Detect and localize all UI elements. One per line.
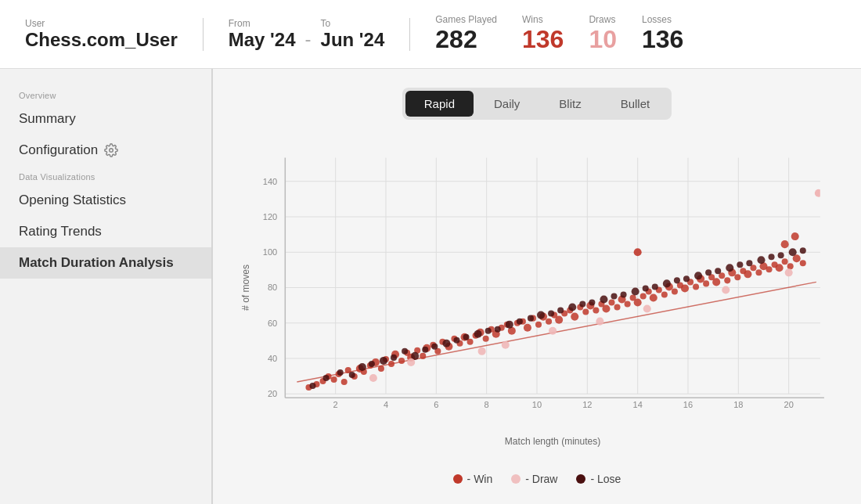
svg-point-177 — [715, 268, 721, 274]
svg-point-130 — [776, 264, 784, 272]
user-section: User Chess.com_User — [25, 18, 204, 51]
svg-text:140: 140 — [263, 177, 277, 186]
game-type-tabs: Rapid Daily Blitz Bullet — [402, 88, 672, 120]
to-value: Jun '24 — [321, 29, 385, 51]
svg-point-188 — [478, 347, 486, 355]
content-area: Rapid Daily Blitz Bullet # of moves Matc… — [213, 69, 861, 504]
header: User Chess.com_User From May '24 - To Ju… — [0, 0, 861, 69]
from-label: From — [229, 18, 250, 29]
svg-point-147 — [402, 348, 408, 355]
svg-point-163 — [568, 304, 576, 311]
date-range-section: From May '24 - To Jun '24 — [204, 18, 411, 51]
chart-svg: # of moves Match length (minutes) 20 40 … — [238, 132, 836, 466]
svg-text:80: 80 — [268, 283, 277, 292]
tab-bullet[interactable]: Bullet — [602, 91, 669, 117]
data-viz-section-label: Data Visualizations — [0, 166, 211, 185]
wins-stat: Wins 136 — [522, 14, 564, 54]
svg-point-126 — [755, 269, 762, 275]
svg-point-45 — [331, 376, 337, 383]
sidebar-item-summary[interactable]: Summary — [0, 103, 211, 135]
svg-point-160 — [537, 311, 545, 319]
svg-text:20: 20 — [784, 400, 794, 409]
svg-point-56 — [388, 361, 394, 367]
svg-point-176 — [705, 269, 711, 275]
svg-text:12: 12 — [582, 400, 592, 409]
losses-stat: Losses 136 — [642, 14, 683, 54]
sidebar: Overview Summary Configuration Data Visu… — [0, 69, 213, 504]
opening-stats-label: Opening Statistics — [19, 193, 126, 208]
games-played-value: 282 — [435, 25, 477, 54]
svg-point-124 — [744, 270, 751, 278]
summary-label: Summary — [19, 111, 76, 127]
svg-text:100: 100 — [263, 247, 277, 257]
svg-point-194 — [785, 268, 793, 276]
user-label: User — [25, 18, 178, 29]
svg-point-138 — [791, 232, 799, 240]
svg-point-186 — [369, 374, 377, 382]
scatter-chart: # of moves Match length (minutes) 20 40 … — [238, 132, 836, 466]
from-date: From May '24 — [229, 18, 296, 51]
svg-point-47 — [341, 379, 348, 385]
svg-point-172 — [663, 279, 671, 287]
draws-value: 10 — [589, 25, 617, 54]
svg-point-108 — [661, 291, 668, 297]
svg-point-185 — [800, 247, 806, 254]
svg-point-178 — [726, 264, 733, 272]
svg-point-192 — [643, 305, 651, 313]
sidebar-item-configuration[interactable]: Configuration — [0, 135, 211, 166]
rating-trends-label: Rating Trends — [19, 224, 102, 239]
svg-point-151 — [442, 340, 450, 347]
svg-text:# of moves: # of moves — [240, 265, 251, 311]
draw-label: - Draw — [525, 473, 557, 485]
svg-point-120 — [724, 277, 730, 283]
svg-point-146 — [391, 355, 397, 361]
svg-point-181 — [757, 256, 765, 264]
legend-draw: - Draw — [511, 473, 557, 485]
svg-point-184 — [789, 248, 797, 256]
svg-point-193 — [722, 286, 730, 293]
svg-point-140 — [323, 375, 330, 381]
draws-stat: Draws 10 — [589, 14, 617, 54]
sidebar-item-opening-statistics[interactable]: Opening Statistics — [0, 185, 211, 216]
svg-point-154 — [474, 330, 482, 338]
svg-text:Match length (minutes): Match length (minutes) — [505, 436, 601, 447]
sidebar-item-match-duration[interactable]: Match Duration Analysis — [0, 247, 211, 279]
svg-point-167 — [611, 293, 617, 299]
sidebar-item-rating-trends[interactable]: Rating Trends — [0, 216, 211, 247]
date-dash: - — [305, 28, 312, 50]
games-played-label: Games Played — [435, 14, 497, 25]
svg-point-132 — [787, 263, 794, 269]
svg-point-135 — [634, 248, 642, 256]
svg-point-191 — [596, 318, 603, 326]
from-value: May '24 — [229, 29, 296, 51]
svg-point-187 — [407, 358, 415, 366]
svg-point-114 — [693, 283, 699, 290]
svg-point-150 — [431, 344, 438, 350]
tab-blitz[interactable]: Blitz — [540, 91, 600, 117]
svg-point-137 — [781, 240, 789, 248]
svg-point-136 — [815, 189, 823, 197]
svg-point-97 — [602, 305, 610, 313]
svg-point-74 — [483, 336, 489, 342]
svg-text:6: 6 — [434, 400, 438, 409]
match-duration-label: Match Duration Analysis — [19, 255, 174, 271]
svg-point-91 — [571, 313, 578, 321]
svg-point-157 — [506, 321, 513, 329]
svg-point-143 — [358, 363, 366, 371]
svg-point-116 — [703, 280, 709, 286]
svg-point-175 — [694, 272, 702, 279]
overview-section-label: Overview — [0, 85, 211, 103]
win-label: - Win — [467, 473, 493, 485]
svg-point-62 — [420, 353, 426, 359]
svg-point-118 — [712, 278, 720, 286]
svg-text:120: 120 — [263, 212, 277, 221]
lose-label: - Lose — [590, 473, 621, 485]
tab-rapid[interactable]: Rapid — [405, 91, 474, 117]
tab-daily[interactable]: Daily — [475, 91, 539, 117]
svg-point-103 — [634, 298, 642, 306]
main-layout: Overview Summary Configuration Data Visu… — [0, 69, 861, 504]
svg-point-82 — [524, 324, 531, 332]
win-dot — [453, 474, 463, 484]
draws-label: Draws — [589, 14, 615, 25]
svg-point-98 — [608, 300, 614, 306]
